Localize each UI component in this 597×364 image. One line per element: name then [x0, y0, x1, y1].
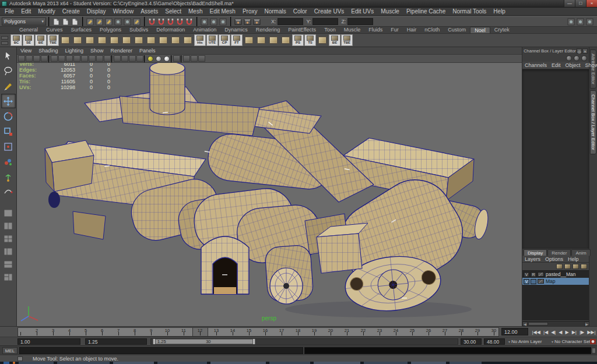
snap-grid-icon[interactable] [148, 17, 156, 26]
image-plane-icon[interactable] [41, 55, 48, 62]
shelf-button-be-2[interactable]: BE [35, 34, 47, 46]
shelf-button-14[interactable] [182, 34, 194, 46]
move-tool[interactable] [1, 94, 16, 108]
select-component-icon[interactable] [104, 17, 113, 26]
shelf-button-se-1[interactable]: SE [23, 34, 34, 46]
pin-panel-icon[interactable]: ◎ [577, 48, 582, 54]
xray-icon[interactable] [191, 55, 198, 62]
menu-create[interactable]: Create [59, 8, 83, 15]
shelf-button-tbe-3[interactable]: TBE [47, 34, 59, 46]
current-time-field[interactable]: 12.00 [501, 328, 528, 335]
select-camera-icon[interactable] [18, 55, 25, 62]
coord-input-2[interactable] [347, 18, 373, 25]
shelf-button-his-15[interactable]: His [194, 34, 206, 46]
layer-display-type-toggle[interactable]: R [531, 272, 536, 277]
panel-menu-view[interactable]: View [17, 48, 35, 54]
gate-mask-icon[interactable] [81, 55, 88, 62]
shelf-tab-crytek[interactable]: Crytek [490, 27, 514, 33]
shelf-tab-curves[interactable]: Curves [42, 27, 67, 33]
menu-assets[interactable]: Assets [137, 8, 161, 15]
camera-attributes-icon[interactable] [26, 55, 33, 62]
isolate-select-icon[interactable] [183, 55, 190, 62]
shelf-tab-noel[interactable]: Noel [470, 27, 490, 33]
film-gate-icon[interactable] [66, 55, 73, 62]
snap-surface-icon[interactable] [185, 17, 194, 26]
show-ui-elements-toggle-icon[interactable] [585, 17, 594, 26]
layout-single-pane[interactable] [1, 207, 16, 219]
default-lighting-icon[interactable] [148, 56, 153, 62]
layer-display-type-toggle[interactable] [531, 279, 536, 284]
scrollbar-thumb[interactable] [528, 322, 548, 326]
layout-persp-graph[interactable] [1, 271, 16, 283]
shelf-button-6[interactable] [84, 34, 96, 46]
shelf-tab-surfaces[interactable]: Surfaces [67, 27, 96, 33]
playback-button-0[interactable]: |◀◀ [531, 328, 542, 337]
scroll-left-icon[interactable]: ◀ [522, 321, 528, 326]
menu-edit-mesh[interactable]: Edit Mesh [206, 8, 238, 15]
range-track[interactable]: 1.25 30 [150, 338, 458, 345]
render-current-frame-icon[interactable] [234, 17, 243, 26]
shelf-tab-fur[interactable]: Fur [387, 27, 403, 33]
shelf-button-19[interactable] [243, 34, 255, 46]
shelf-tab-custom[interactable]: Custom [444, 27, 470, 33]
manipulator-state-icon[interactable] [581, 55, 587, 61]
panel-menu-renderer[interactable]: Renderer [107, 48, 136, 54]
menu-edit[interactable]: Edit [17, 8, 34, 15]
shelf-tab-muscle[interactable]: Muscle [340, 27, 365, 33]
shelf-menu-buttons[interactable] [1, 35, 8, 45]
input-connection-icon[interactable] [200, 17, 209, 26]
new-scene-icon[interactable] [52, 17, 61, 26]
shelf-button-9[interactable] [121, 34, 132, 46]
animation-end-field[interactable]: 48.00 [484, 338, 505, 345]
safe-action-icon[interactable] [96, 55, 103, 62]
create-empty-layer-icon[interactable] [573, 264, 579, 269]
shelf-button-ft-18[interactable]: FT [231, 34, 243, 46]
perspective-viewport[interactable]: ViewShadingLightingShowRendererPanels [17, 47, 522, 326]
shelf-button-ute-16[interactable]: UTE [206, 34, 218, 46]
shelf-button-22[interactable] [280, 34, 292, 46]
shadows-icon[interactable] [173, 55, 180, 62]
camera-label[interactable]: persp [262, 315, 276, 321]
shelf-button-5[interactable] [72, 34, 83, 46]
snap-curve-icon[interactable] [157, 17, 166, 26]
create-layer-from-selected-icon[interactable] [581, 264, 587, 269]
grease-pencil-icon[interactable] [58, 55, 65, 62]
menu-normals[interactable]: Normals [261, 8, 290, 15]
auto-keyframe-icon[interactable] [590, 339, 596, 344]
menu-modify[interactable]: Modify [34, 8, 58, 15]
select-hierarchy-icon[interactable] [86, 17, 94, 26]
shelf-button-20[interactable] [255, 34, 267, 46]
shelf-tab-dynamics[interactable]: Dynamics [220, 27, 252, 33]
field-chart-icon[interactable] [89, 55, 96, 62]
layer-editor-tab-display[interactable]: Display [524, 249, 547, 256]
universal-manipulator-tool[interactable] [1, 139, 16, 154]
panel-menu-shading[interactable]: Shading [35, 48, 61, 54]
shelf-tab-fluids[interactable]: Fluids [364, 27, 387, 33]
shelf-tab-subdivs[interactable]: Subdivs [125, 27, 152, 33]
channel-box-menu-edit[interactable]: Edit [549, 62, 563, 68]
menu-create-uvs[interactable]: Create UVs [311, 8, 348, 15]
shelf-button-ts-24[interactable]: TS [304, 34, 316, 46]
safe-title-icon[interactable] [104, 55, 111, 62]
menu-window[interactable]: Window [110, 8, 138, 15]
speed-state-icon[interactable] [566, 55, 572, 61]
mel-script-toggle[interactable]: MEL [2, 347, 17, 354]
render-settings-icon[interactable] [252, 17, 261, 26]
menu-help[interactable]: Help [490, 8, 509, 15]
minimize-button[interactable]: — [564, 0, 575, 7]
menu-normal-tools[interactable]: Normal Tools [449, 8, 490, 15]
anim-layer-dropdown[interactable]: ▾No Anim Layer [508, 338, 542, 345]
output-connection-icon[interactable] [209, 17, 218, 26]
layer-visibility-toggle[interactable]: V [524, 279, 529, 284]
script-editor-icon[interactable] [592, 348, 596, 354]
menu-file[interactable]: File [1, 8, 17, 15]
highlight-selection-icon[interactable] [114, 17, 122, 26]
panel-menu-lighting[interactable]: Lighting [61, 48, 87, 54]
soft-mod-tool[interactable] [1, 154, 16, 169]
playback-button-7[interactable]: ▶▶| [586, 328, 597, 337]
menu-muscle[interactable]: Muscle [377, 8, 403, 15]
selection-filter-icon[interactable] [132, 17, 141, 26]
no-lights-icon[interactable] [164, 56, 170, 62]
layer-menu-help[interactable]: Help [566, 256, 581, 262]
menu-mesh[interactable]: Mesh [185, 8, 206, 15]
